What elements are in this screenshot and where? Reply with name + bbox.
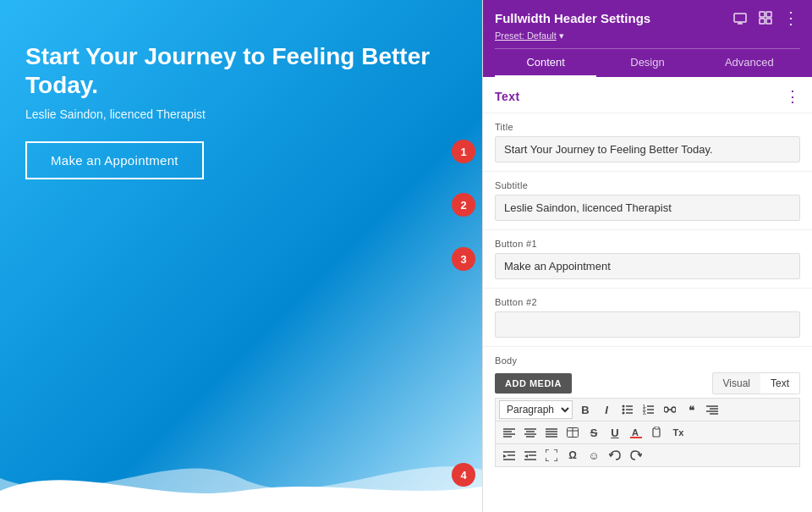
visual-tab[interactable]: Visual [713, 373, 760, 394]
title-input[interactable] [495, 136, 800, 162]
blockquote-button[interactable]: ❝ [681, 400, 701, 419]
button1-input[interactable] [495, 253, 800, 279]
svg-rect-5 [760, 19, 765, 24]
preview-title: Start Your Journey to Feeling Better Tod… [25, 42, 431, 99]
svg-text:3.: 3. [643, 410, 647, 416]
body-toolbar-row1: ADD MEDIA Visual Text [495, 372, 800, 394]
outdent-button[interactable] [520, 446, 540, 465]
button2-label: Button #2 [495, 297, 800, 307]
wave-decoration [0, 444, 482, 512]
title-field-group: Title [483, 113, 812, 172]
section-menu-icon[interactable]: ⋮ [785, 87, 800, 106]
button2-field-group: Button #2 [483, 289, 812, 347]
panel-header-icons: ⋮ [731, 8, 800, 27]
title-label: Title [495, 122, 800, 132]
button1-label: Button #1 [495, 239, 800, 249]
underline-button[interactable]: U [605, 423, 625, 442]
panel-title: Fullwidth Header Settings [495, 11, 650, 25]
fullscreen-button[interactable] [541, 446, 562, 465]
paste-text-button[interactable] [647, 423, 667, 442]
tab-advanced[interactable]: Advanced [699, 49, 800, 77]
subtitle-field-group: Subtitle [483, 172, 812, 230]
panel-header: Fullwidth Header Settings ⋮ Preset: Defa… [483, 0, 812, 77]
unordered-list-button[interactable] [617, 400, 638, 419]
bold-button[interactable]: B [575, 400, 595, 419]
add-media-button[interactable]: ADD MEDIA [495, 373, 572, 394]
subtitle-label: Subtitle [495, 180, 800, 190]
italic-button[interactable]: I [596, 400, 617, 419]
preview-subtitle: Leslie Saindon, licenced Therapist [25, 107, 457, 121]
svg-rect-20 [672, 407, 676, 412]
svg-point-7 [623, 405, 625, 408]
toolbar-row-2: S U A Tx [495, 421, 800, 443]
section-header: Text ⋮ [483, 77, 812, 113]
paragraph-select[interactable]: Paragraph [499, 400, 573, 419]
indent-button[interactable] [499, 446, 519, 465]
tab-content[interactable]: Content [495, 49, 596, 77]
button2-input[interactable] [495, 311, 800, 338]
align-center-button[interactable] [520, 423, 540, 442]
special-char-button[interactable]: Ω [562, 446, 583, 465]
preview-content: Start Your Journey to Feeling Better Tod… [0, 0, 482, 205]
svg-rect-6 [766, 19, 771, 24]
link-button[interactable] [660, 400, 680, 419]
emoji-button[interactable]: ☺ [584, 446, 604, 465]
preview-area: Start Your Journey to Feeling Better Tod… [0, 0, 482, 512]
svg-text:A: A [632, 427, 639, 438]
preview-appointment-button[interactable]: Make an Appointment [25, 141, 204, 179]
grid-icon[interactable] [756, 8, 775, 27]
section-title: Text [495, 90, 520, 103]
svg-point-9 [623, 409, 625, 411]
strikethrough-button[interactable]: S [584, 423, 604, 442]
text-tab[interactable]: Text [760, 373, 799, 394]
more-options-icon[interactable]: ⋮ [782, 8, 800, 27]
subtitle-input[interactable] [495, 195, 800, 221]
text-color-button[interactable]: A [626, 423, 646, 442]
redo-button[interactable] [626, 446, 646, 465]
toolbar-row-3: Ω ☺ [495, 443, 800, 467]
tab-design[interactable]: Design [596, 49, 698, 77]
responsive-icon[interactable] [731, 8, 749, 27]
toolbar-row-1: Paragraph B I 1.2.3. ❝ [495, 398, 800, 421]
svg-rect-3 [760, 12, 765, 17]
body-field-group: Body ADD MEDIA Visual Text Paragraph B I [483, 347, 812, 476]
svg-rect-0 [734, 14, 746, 22]
panel-tabs: Content Design Advanced [495, 48, 800, 77]
panel-body: Text ⋮ Title Subtitle Button #1 Button #… [483, 77, 812, 512]
table-button[interactable] [562, 423, 583, 442]
align-right-button[interactable] [702, 400, 722, 419]
svg-rect-43 [655, 427, 659, 429]
settings-panel: Fullwidth Header Settings ⋮ Preset: Defa… [482, 0, 812, 512]
panel-header-top: Fullwidth Header Settings ⋮ [495, 8, 800, 27]
svg-rect-4 [766, 12, 771, 17]
svg-rect-41 [630, 437, 642, 438]
align-left-button[interactable] [499, 423, 519, 442]
svg-point-11 [623, 412, 625, 415]
visual-text-tabs: Visual Text [712, 372, 800, 394]
button1-field-group: Button #1 [483, 230, 812, 289]
body-label: Body [495, 355, 800, 366]
svg-rect-19 [664, 407, 668, 412]
undo-button[interactable] [605, 446, 625, 465]
preset-line[interactable]: Preset: Default ▾ [495, 30, 800, 41]
clear-format-button[interactable]: Tx [668, 423, 689, 442]
ordered-list-button[interactable]: 1.2.3. [639, 400, 659, 419]
justify-button[interactable] [541, 423, 562, 442]
